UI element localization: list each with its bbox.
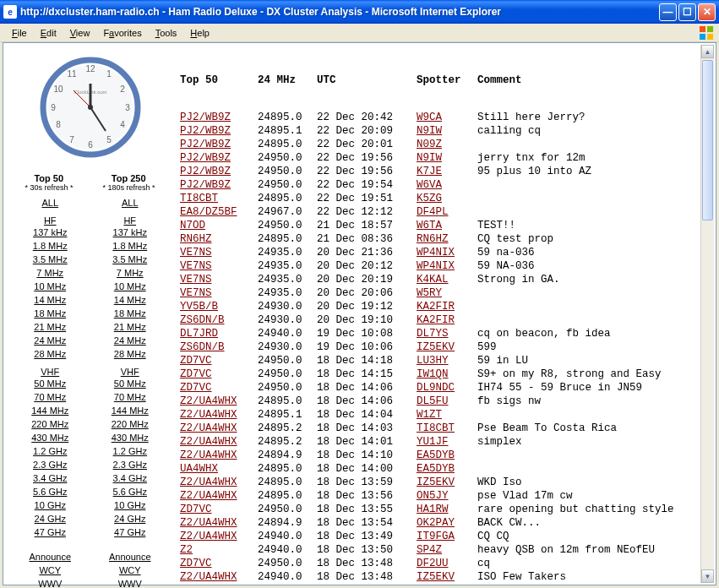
band-footer-link[interactable]: Announce [109,551,151,564]
band-link[interactable]: 7 MHz [117,267,144,280]
callsign-link[interactable]: VE7NS [180,247,212,259]
band-all[interactable]: ALL [41,197,58,210]
band-link[interactable]: 21 MHz [34,321,66,334]
callsign-link[interactable]: PJ2/WB9Z [180,166,231,177]
spotter-link[interactable]: IZ5EKV [417,341,455,353]
band-link[interactable]: 50 MHz [114,378,146,390]
spotter-link[interactable]: DL9NDC [417,382,455,394]
callsign-link[interactable]: Z2/UA4WHX [180,490,237,502]
spotter-link[interactable]: N9IW [417,152,442,164]
band-link[interactable]: 3.5 MHz [112,253,147,266]
callsign-link[interactable]: Z2/UA4WHX [180,531,237,542]
band-link[interactable]: 18 MHz [114,308,146,320]
band-link[interactable]: 137 kHz [33,226,67,239]
band-link[interactable]: 137 kHz [113,226,147,239]
band-footer-link[interactable]: WWV [38,578,62,588]
band-link[interactable]: 5.6 GHz [113,486,147,498]
callsign-link[interactable]: PJ2/WB9Z [180,125,231,137]
scroll-up-button[interactable]: ▲ [701,45,714,58]
band-link[interactable]: 1.2 GHz [113,445,147,458]
spotter-link[interactable]: EA5DYB [417,463,455,475]
band-link[interactable]: 24 GHz [114,513,145,525]
band-link[interactable]: 144 MHz [31,405,68,417]
spotter-link[interactable]: WP4NIX [417,260,455,272]
callsign-link[interactable]: ZS6DN/B [180,314,225,326]
band-link[interactable]: 24 GHz [35,513,66,525]
menu-file[interactable]: File [5,26,34,40]
band-link[interactable]: 14 MHz [114,294,146,307]
band-footer-link[interactable]: Announce [29,551,71,564]
band-link[interactable]: 70 MHz [114,391,146,404]
callsign-link[interactable]: Z2/UA4WHX [180,476,237,488]
callsign-link[interactable]: Z2/UA4WHX [180,517,237,529]
scroll-down-button[interactable]: ▼ [701,569,714,583]
spotter-link[interactable]: KA2FIR [417,314,455,326]
band-link[interactable]: 430 MHz [112,432,149,444]
band-link[interactable]: 3.4 GHz [113,472,147,485]
band-link[interactable]: 3.4 GHz [33,472,67,485]
callsign-link[interactable]: TI8CBT [180,193,218,204]
band-link[interactable]: 2.3 GHz [33,459,67,471]
callsign-link[interactable]: Z2/UA4WHX [180,422,237,434]
band-link[interactable]: 50 MHz [34,378,66,390]
band-link[interactable]: 1.8 MHz [33,240,68,253]
spotter-link[interactable]: IW1QN [417,368,449,380]
spotter-link[interactable]: W9CA [417,112,442,123]
band-link[interactable]: 28 MHz [34,348,66,361]
spotter-link[interactable]: K7JE [417,166,442,177]
callsign-link[interactable]: ZD7VC [180,504,212,515]
spotter-link[interactable]: SP4Z [417,544,442,556]
callsign-link[interactable]: Z2/UA4WHX [180,571,237,583]
callsign-link[interactable]: PJ2/WB9Z [180,179,231,191]
spotter-link[interactable]: W5RY [417,287,442,299]
callsign-link[interactable]: EA8/DZ5BF [180,206,237,218]
minimize-button[interactable]: — [659,3,677,21]
spotter-link[interactable]: IZ5EKV [417,476,455,488]
callsign-link[interactable]: VE7NS [180,287,212,299]
spotter-link[interactable]: EA5DYB [417,449,455,461]
band-link[interactable]: 21 MHz [114,321,146,334]
band-link[interactable]: 47 GHz [114,526,145,539]
band-link[interactable]: 24 MHz [114,335,146,347]
callsign-link[interactable]: VE7NS [180,260,212,272]
spotter-link[interactable]: RN6HZ [417,233,449,245]
callsign-link[interactable]: Z2 [180,544,193,556]
band-link[interactable]: 5.6 GHz [33,486,67,498]
spotter-link[interactable]: DL7YS [417,328,449,340]
band-link[interactable]: 220 MHz [112,418,149,431]
band-footer-link[interactable]: WCY [39,564,61,577]
spotter-link[interactable]: DF2UU [417,558,449,569]
band-link[interactable]: 10 GHz [35,499,66,512]
spotter-link[interactable]: N9IW [417,125,442,137]
band-link[interactable]: 144 MHz [112,405,149,417]
menu-help[interactable]: Help [183,26,216,40]
spotter-link[interactable]: OK2PAY [417,517,455,529]
spotter-link[interactable]: TI8CBT [417,422,455,434]
scroll-thumb[interactable] [702,60,713,220]
spotter-link[interactable]: W1ZT [417,409,442,421]
callsign-link[interactable]: N7OD [180,220,205,231]
callsign-link[interactable]: ZD7VC [180,558,212,569]
spotter-link[interactable]: LU3HY [417,355,449,367]
band-link[interactable]: 24 MHz [34,335,66,347]
band-link[interactable]: 7 MHz [36,267,63,280]
band-link[interactable]: 3.5 MHz [33,253,68,266]
callsign-link[interactable]: ZS6DN/B [180,341,225,353]
spotter-link[interactable]: DF4PL [417,206,449,218]
band-link[interactable]: 1.8 MHz [112,240,147,253]
spotter-link[interactable]: N09Z [417,139,442,150]
callsign-link[interactable]: ZD7VC [180,368,212,380]
callsign-link[interactable]: Z2/UA4WHX [180,449,237,461]
callsign-link[interactable]: Z2/UA4WHX [180,395,237,407]
band-link[interactable]: 1.2 GHz [33,445,67,458]
band-footer-link[interactable]: WWV [118,578,142,588]
band-link[interactable]: 10 MHz [114,280,146,293]
band-link[interactable]: 10 MHz [34,280,66,293]
band-link[interactable]: 18 MHz [34,308,66,320]
menu-tools[interactable]: Tools [149,26,184,40]
callsign-link[interactable]: PJ2/WB9Z [180,152,231,164]
callsign-link[interactable]: VE7NS [180,274,212,286]
spotter-link[interactable]: W6VA [417,179,442,191]
callsign-link[interactable]: ZD7VC [180,382,212,394]
spotter-link[interactable]: IT9FGA [417,531,455,542]
